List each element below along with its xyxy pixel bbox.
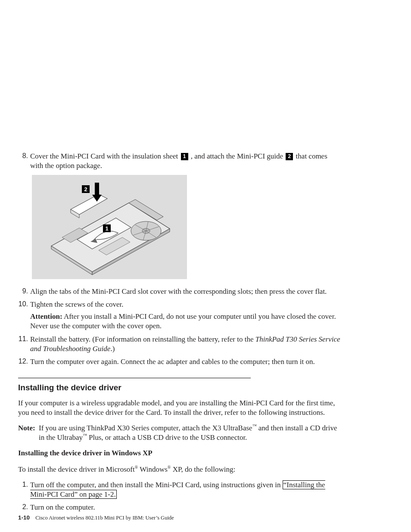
step-number: 10. xyxy=(18,300,30,331)
step-8: 8. Cover the Mini-PCI Card with the insu… xyxy=(18,152,342,171)
figure-mini-pci-cover: 2 1 xyxy=(32,175,187,279)
text: XP, do the following: xyxy=(171,465,235,473)
page-number: 1-10 xyxy=(18,514,30,521)
subsection-heading: Installing the device driver in Windows … xyxy=(18,448,342,458)
step-11: 11. Reinstall the battery. (For informat… xyxy=(18,335,342,354)
note-text: If you are using ThinkPad X30 Series com… xyxy=(39,423,342,442)
svg-rect-16 xyxy=(95,183,99,195)
text: Windows xyxy=(138,465,167,473)
step-body: Turn the computer over again. Connect th… xyxy=(30,357,342,367)
trademark-icon: ™ xyxy=(83,433,87,438)
text: Turn off the computer, and then install … xyxy=(30,481,283,489)
step-list-b: 9. Align the tabs of the Mini-PCI Card s… xyxy=(18,287,342,367)
callout-2-icon: 2 xyxy=(286,153,293,160)
text: Plus, or attach a USB CD drive to the US… xyxy=(87,433,247,442)
step-body: Cover the Mini-PCI Card with the insulat… xyxy=(30,152,342,171)
svg-marker-14 xyxy=(71,194,107,215)
step-12: 12. Turn the computer over again. Connec… xyxy=(18,357,342,367)
install-step-list: 1. Turn off the computer, and then insta… xyxy=(18,480,342,512)
step-body: Reinstall the battery. (For information … xyxy=(30,335,342,354)
install-step-1: 1. Turn off the computer, and then insta… xyxy=(18,480,342,499)
fig-callout-1: 1 xyxy=(105,225,108,232)
text: Reinstall the battery. (For information … xyxy=(30,335,255,343)
step-body: Align the tabs of the Mini-PCI Card slot… xyxy=(30,287,342,296)
step-number: 12. xyxy=(18,357,30,367)
step-body: Turn on the computer. xyxy=(30,503,342,512)
step-9: 9. Align the tabs of the Mini-PCI Card s… xyxy=(18,287,342,296)
text: .) xyxy=(110,345,115,353)
attention-label: Attention: xyxy=(30,312,62,320)
step-number: 2. xyxy=(18,503,30,512)
install-step-2: 2. Turn on the computer. xyxy=(18,503,342,512)
step-number: 9. xyxy=(18,287,30,296)
step-number: 11. xyxy=(18,335,30,354)
step-list-a: 8. Cover the Mini-PCI Card with the insu… xyxy=(18,152,342,171)
note-label: Note: xyxy=(18,423,39,442)
step-10: 10. Tighten the screws of the cover. Att… xyxy=(18,300,342,331)
text: Cover the Mini-PCI Card with the insulat… xyxy=(30,152,180,160)
step-body: Tighten the screws of the cover. Attenti… xyxy=(30,300,342,331)
intro-paragraph: If your computer is a wireless upgradabl… xyxy=(18,398,342,417)
page-footer: 1-10 Cisco Aironet wireless 802.11b Mini… xyxy=(18,514,174,522)
section-divider xyxy=(18,378,251,378)
install-lead: To install the device driver in Microsof… xyxy=(18,465,342,474)
attention-text: After you install a Mini-PCI Card, do no… xyxy=(30,312,336,330)
note-block: Note: If you are using ThinkPad X30 Seri… xyxy=(18,423,342,442)
step-number: 1. xyxy=(18,480,30,499)
step-number: 8. xyxy=(18,152,30,171)
section-heading: Installing the device driver xyxy=(18,383,342,393)
step-body: Turn off the computer, and then install … xyxy=(30,480,342,499)
text: To install the device driver in Microsof… xyxy=(18,465,135,473)
text: , and attach the Mini-PCI guide xyxy=(191,152,285,160)
fig-callout-2: 2 xyxy=(84,186,87,193)
callout-1-icon: 1 xyxy=(181,153,188,160)
text: If you are using ThinkPad X30 Series com… xyxy=(39,424,252,432)
doc-title: Cisco Aironet wireless 802.11b Mini PCI … xyxy=(35,515,174,521)
trademark-icon: ™ xyxy=(252,423,257,428)
text: Tighten the screws of the cover. xyxy=(30,300,124,308)
